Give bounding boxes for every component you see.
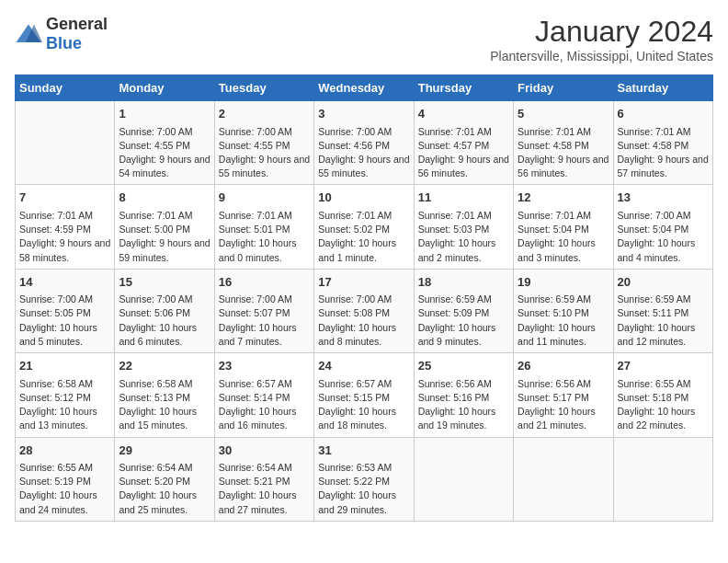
day-number: 31 — [318, 442, 409, 460]
day-info: Sunrise: 7:00 AMSunset: 5:08 PMDaylight:… — [318, 293, 409, 349]
calendar-cell: 25Sunrise: 6:56 AMSunset: 5:16 PMDayligh… — [414, 353, 513, 437]
day-info: Sunrise: 6:59 AMSunset: 5:09 PMDaylight:… — [418, 293, 509, 349]
day-number: 30 — [219, 442, 310, 460]
calendar-cell: 8Sunrise: 7:01 AMSunset: 5:00 PMDaylight… — [115, 185, 214, 269]
calendar-cell: 30Sunrise: 6:54 AMSunset: 5:21 PMDayligh… — [214, 437, 313, 521]
day-number: 8 — [119, 189, 210, 207]
day-number: 25 — [418, 357, 509, 375]
day-number: 29 — [119, 442, 210, 460]
day-number: 13 — [618, 189, 709, 207]
calendar-cell: 20Sunrise: 6:59 AMSunset: 5:11 PMDayligh… — [613, 269, 712, 352]
calendar-cell: 2Sunrise: 7:00 AMSunset: 4:55 PMDaylight… — [214, 101, 313, 185]
day-info: Sunrise: 6:57 AMSunset: 5:15 PMDaylight:… — [318, 377, 409, 433]
calendar-cell: 5Sunrise: 7:01 AMSunset: 4:58 PMDaylight… — [514, 101, 613, 185]
calendar-week-row: 28Sunrise: 6:55 AMSunset: 5:19 PMDayligh… — [16, 437, 713, 521]
day-info: Sunrise: 7:01 AMSunset: 4:57 PMDaylight:… — [418, 125, 509, 181]
day-number: 2 — [219, 105, 310, 123]
title-block: January 2024 Plantersville, Mississippi,… — [490, 15, 713, 63]
calendar-cell: 26Sunrise: 6:56 AMSunset: 5:17 PMDayligh… — [514, 353, 613, 437]
calendar-cell: 16Sunrise: 7:00 AMSunset: 5:07 PMDayligh… — [214, 269, 313, 352]
calendar-table: SundayMondayTuesdayWednesdayThursdayFrid… — [15, 75, 713, 522]
day-number: 15 — [119, 273, 210, 292]
calendar-cell — [414, 437, 513, 521]
day-info: Sunrise: 6:58 AMSunset: 5:13 PMDaylight:… — [119, 377, 210, 433]
day-info: Sunrise: 7:00 AMSunset: 5:04 PMDaylight:… — [618, 209, 709, 265]
day-info: Sunrise: 7:01 AMSunset: 4:59 PMDaylight:… — [19, 209, 110, 265]
day-number: 1 — [119, 105, 210, 123]
calendar-cell: 3Sunrise: 7:00 AMSunset: 4:56 PMDaylight… — [314, 101, 414, 185]
weekday-header-saturday: Saturday — [613, 75, 712, 101]
day-number: 3 — [318, 105, 409, 123]
calendar-cell: 31Sunrise: 6:53 AMSunset: 5:22 PMDayligh… — [314, 437, 414, 521]
calendar-cell — [613, 437, 712, 521]
day-number: 21 — [19, 357, 110, 375]
weekday-header-sunday: Sunday — [16, 75, 115, 101]
calendar-cell: 15Sunrise: 7:00 AMSunset: 5:06 PMDayligh… — [115, 269, 214, 352]
calendar-week-row: 1Sunrise: 7:00 AMSunset: 4:55 PMDaylight… — [16, 101, 713, 185]
logo: General Blue — [15, 15, 108, 53]
day-number: 9 — [219, 189, 310, 207]
weekday-header-tuesday: Tuesday — [214, 75, 313, 101]
calendar-cell: 22Sunrise: 6:58 AMSunset: 5:13 PMDayligh… — [115, 353, 214, 437]
weekday-header-wednesday: Wednesday — [314, 75, 414, 101]
day-number: 23 — [219, 357, 310, 375]
day-info: Sunrise: 7:00 AMSunset: 5:07 PMDaylight:… — [219, 293, 310, 349]
day-number: 18 — [418, 273, 509, 292]
calendar-cell: 19Sunrise: 6:59 AMSunset: 5:10 PMDayligh… — [514, 269, 613, 352]
day-info: Sunrise: 7:01 AMSunset: 5:03 PMDaylight:… — [418, 209, 509, 265]
calendar-cell: 27Sunrise: 6:55 AMSunset: 5:18 PMDayligh… — [613, 353, 712, 437]
day-info: Sunrise: 6:58 AMSunset: 5:12 PMDaylight:… — [19, 377, 110, 433]
day-info: Sunrise: 7:01 AMSunset: 4:58 PMDaylight:… — [618, 125, 709, 181]
day-info: Sunrise: 6:55 AMSunset: 5:18 PMDaylight:… — [618, 377, 709, 433]
day-info: Sunrise: 7:01 AMSunset: 5:02 PMDaylight:… — [318, 209, 409, 265]
day-info: Sunrise: 6:56 AMSunset: 5:16 PMDaylight:… — [418, 377, 509, 433]
calendar-cell: 18Sunrise: 6:59 AMSunset: 5:09 PMDayligh… — [414, 269, 513, 352]
day-info: Sunrise: 6:53 AMSunset: 5:22 PMDaylight:… — [318, 461, 409, 517]
day-number: 27 — [618, 357, 709, 375]
calendar-cell: 13Sunrise: 7:00 AMSunset: 5:04 PMDayligh… — [613, 185, 712, 269]
location-title: Plantersville, Mississippi, United State… — [490, 49, 713, 63]
calendar-cell — [514, 437, 613, 521]
day-info: Sunrise: 6:57 AMSunset: 5:14 PMDaylight:… — [219, 377, 310, 433]
day-number: 4 — [418, 105, 509, 123]
calendar-cell: 1Sunrise: 7:00 AMSunset: 4:55 PMDaylight… — [115, 101, 214, 185]
logo-general: General — [46, 15, 108, 33]
calendar-cell: 21Sunrise: 6:58 AMSunset: 5:12 PMDayligh… — [16, 353, 115, 437]
calendar-week-row: 7Sunrise: 7:01 AMSunset: 4:59 PMDaylight… — [16, 185, 713, 269]
day-number: 26 — [518, 357, 609, 375]
day-info: Sunrise: 6:59 AMSunset: 5:10 PMDaylight:… — [518, 293, 609, 349]
logo-text: General Blue — [46, 15, 108, 53]
day-number: 28 — [19, 442, 110, 460]
calendar-cell: 10Sunrise: 7:01 AMSunset: 5:02 PMDayligh… — [314, 185, 414, 269]
logo-blue: Blue — [46, 34, 82, 52]
calendar-cell: 17Sunrise: 7:00 AMSunset: 5:08 PMDayligh… — [314, 269, 414, 352]
generalblue-logo-icon — [15, 23, 42, 45]
calendar-week-row: 14Sunrise: 7:00 AMSunset: 5:05 PMDayligh… — [16, 269, 713, 352]
day-number: 17 — [318, 273, 409, 292]
calendar-cell: 14Sunrise: 7:00 AMSunset: 5:05 PMDayligh… — [16, 269, 115, 352]
month-title: January 2024 — [490, 15, 713, 49]
weekday-header-monday: Monday — [115, 75, 214, 101]
day-number: 19 — [518, 273, 609, 292]
day-number: 5 — [518, 105, 609, 123]
day-info: Sunrise: 7:01 AMSunset: 5:01 PMDaylight:… — [219, 209, 310, 265]
day-info: Sunrise: 7:00 AMSunset: 5:05 PMDaylight:… — [19, 293, 110, 349]
day-number: 16 — [219, 273, 310, 292]
day-info: Sunrise: 7:00 AMSunset: 4:55 PMDaylight:… — [219, 125, 310, 181]
day-number: 20 — [618, 273, 709, 292]
day-number: 22 — [119, 357, 210, 375]
calendar-cell: 7Sunrise: 7:01 AMSunset: 4:59 PMDaylight… — [16, 185, 115, 269]
day-info: Sunrise: 7:01 AMSunset: 5:04 PMDaylight:… — [518, 209, 609, 265]
day-number: 6 — [618, 105, 709, 123]
weekday-header-friday: Friday — [514, 75, 613, 101]
calendar-week-row: 21Sunrise: 6:58 AMSunset: 5:12 PMDayligh… — [16, 353, 713, 437]
day-info: Sunrise: 6:55 AMSunset: 5:19 PMDaylight:… — [19, 461, 110, 517]
day-number: 14 — [19, 273, 110, 292]
day-info: Sunrise: 7:00 AMSunset: 4:56 PMDaylight:… — [318, 125, 409, 181]
calendar-cell: 23Sunrise: 6:57 AMSunset: 5:14 PMDayligh… — [214, 353, 313, 437]
day-info: Sunrise: 6:54 AMSunset: 5:21 PMDaylight:… — [219, 461, 310, 517]
weekday-header-row: SundayMondayTuesdayWednesdayThursdayFrid… — [16, 75, 713, 101]
day-info: Sunrise: 7:01 AMSunset: 4:58 PMDaylight:… — [518, 125, 609, 181]
day-number: 7 — [19, 189, 110, 207]
day-info: Sunrise: 7:00 AMSunset: 5:06 PMDaylight:… — [119, 293, 210, 349]
